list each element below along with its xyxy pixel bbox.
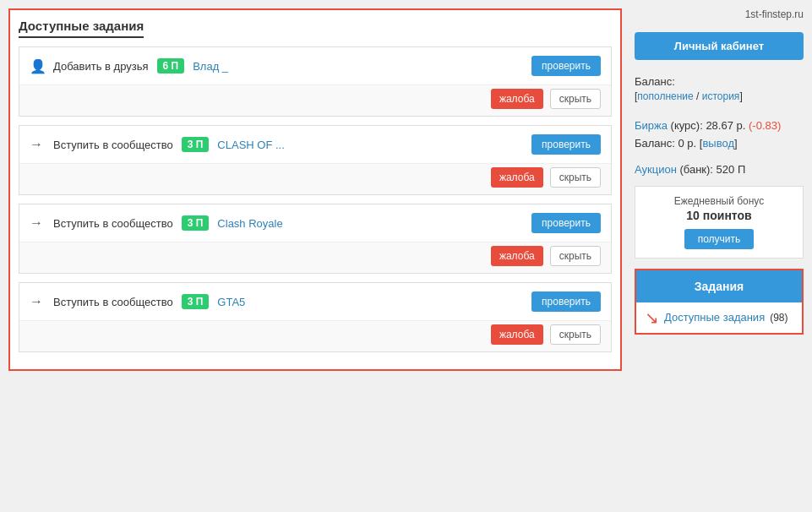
task-label-1: Добавить в друзья [53,60,149,73]
task-label-2: Вступить в сообщество [53,139,173,151]
check-button-4[interactable]: проверить [531,291,601,312]
add-balance-link[interactable]: пополнение [637,90,693,102]
exchange-change: (-0.83) [749,119,781,132]
get-bonus-button[interactable]: получить [684,229,755,249]
available-tasks-count: (98) [770,312,787,324]
task-points-4: 3 П [182,294,210,309]
daily-bonus-title: Ежедневный бонус [644,195,794,207]
main-panel: Доступные задания 👤 Добавить в друзья 6 … [8,8,622,371]
task-points-3: 3 П [182,215,210,231]
task-label-3: Вступить в сообщество [53,217,173,230]
hide-button-4[interactable]: скрыть [550,324,601,345]
complaint-button-4[interactable]: жалоба [491,324,543,345]
sidebar: 1st-finstep.ru Личный кабинет Баланс: [п… [635,8,804,371]
cabinet-button[interactable]: Личный кабинет [635,32,804,60]
withdraw-link[interactable]: вывод [702,137,734,150]
task-link-1[interactable]: Влад _ [193,60,523,73]
hide-button-3[interactable]: скрыть [550,246,601,266]
join-community-icon-3: → [30,215,45,231]
history-link[interactable]: история [702,90,740,102]
exchange-rate-label: (курс): [668,119,703,132]
balance-title: Баланс: [635,75,804,88]
add-friend-icon: 👤 [30,58,45,74]
hide-button-1[interactable]: скрыть [550,89,601,109]
task-points-1: 6 П [157,58,185,74]
daily-bonus-section: Ежедневный бонус 10 поинтов получить [635,186,804,259]
auction-bank: (банк): 520 П [677,163,745,176]
hide-button-2[interactable]: скрыть [550,167,601,188]
task-card: 👤 Добавить в друзья 6 П Влад _ проверить… [19,46,612,117]
available-tasks-link[interactable]: Доступные задания [664,311,765,324]
site-url: 1st-finstep.ru [635,8,804,20]
join-community-icon-4: → [30,294,45,309]
complaint-button-2[interactable]: жалоба [491,167,543,188]
exchange-section: Биржа (курс): 28.67 р. (-0.83) Баланс: 0… [635,117,804,153]
task-card: → Вступить в сообщество 3 П CLASH OF ...… [19,125,612,195]
zadania-button[interactable]: Задания [636,270,802,302]
join-community-icon-2: → [30,137,45,152]
check-button-3[interactable]: проверить [531,213,601,233]
auction-link[interactable]: Аукцион [635,163,677,176]
arrow-icon: ↘ [645,308,659,328]
task-card: → Вступить в сообщество 3 П Clash Royale… [19,204,612,274]
auction-section: Аукцион (банк): 520 П [635,163,804,176]
zadania-section: Задания ↘ Доступные задания (98) [635,269,804,335]
complaint-button-1[interactable]: жалоба [491,89,543,109]
exchange-balance-value: 0 р. [678,137,697,150]
task-link-4[interactable]: GTA5 [217,296,523,308]
available-tasks-link-container: Доступные задания [664,311,765,324]
check-button-2[interactable]: проверить [531,134,601,155]
panel-title: Доступные задания [19,19,144,38]
complaint-button-3[interactable]: жалоба [491,246,543,266]
task-card: → Вступить в сообщество 3 П GTA5 провери… [19,282,612,352]
exchange-rate: 28.67 р. [706,119,745,132]
check-button-1[interactable]: проверить [531,56,601,76]
balance-links: [пополнение / история] [635,90,804,102]
balance-section: Баланс: [пополнение / история] [635,70,804,107]
task-link-2[interactable]: CLASH OF ... [217,139,523,151]
task-label-4: Вступить в сообщество [53,296,173,308]
task-link-3[interactable]: Clash Royale [217,217,523,230]
daily-bonus-points: 10 поинтов [644,209,794,222]
task-points-2: 3 П [182,137,210,152]
exchange-link[interactable]: Биржа [635,119,668,132]
exchange-balance-label: Баланс: [635,137,675,150]
